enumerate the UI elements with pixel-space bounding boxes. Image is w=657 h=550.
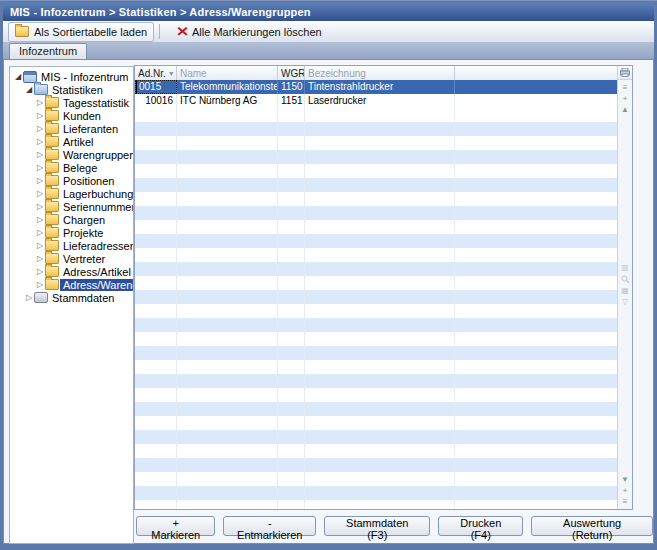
cell-name[interactable]: Telekommunikationste [177,80,278,94]
cell-empty[interactable] [455,332,618,346]
cell-empty[interactable] [177,318,278,332]
column-header-adnr[interactable]: Ad.Nr. ▼ [135,66,177,80]
column-header-bezeichnung[interactable]: Bezeichnung [305,66,455,80]
cell-empty[interactable] [278,332,305,346]
cell-empty[interactable] [455,80,618,94]
cell-empty[interactable] [135,416,177,430]
expand-arrow-icon[interactable] [35,267,45,276]
cell-empty[interactable] [177,192,278,206]
table-row-empty[interactable] [135,234,618,248]
cell-empty[interactable] [177,290,278,304]
expand-arrow-icon[interactable] [35,137,45,146]
cell-empty[interactable] [455,444,618,458]
cell-empty[interactable] [455,500,618,509]
cell-empty[interactable] [135,374,177,388]
table-row-empty[interactable] [135,150,618,164]
tree-item-stammdaten[interactable]: Stammdaten [10,291,133,304]
cell-empty[interactable] [278,360,305,374]
cell-empty[interactable] [278,262,305,276]
expand-arrow-icon[interactable] [35,202,45,211]
tree-item-lagerbuchungen[interactable]: Lagerbuchungen [10,187,133,200]
cell-empty[interactable] [305,248,455,262]
cell-empty[interactable] [305,206,455,220]
cell-empty[interactable] [278,122,305,136]
search-icon[interactable] [621,275,630,284]
cell-empty[interactable] [177,416,278,430]
scroll-bottom-icon[interactable]: ≡ [623,498,628,506]
tree-item-statistiken[interactable]: Statistiken [10,83,133,96]
cell-empty[interactable] [305,346,455,360]
cell-empty[interactable] [135,150,177,164]
cell-empty[interactable] [455,472,618,486]
tree-item-adress-warengruppen[interactable]: Adress/Warengruppen [10,278,133,291]
cell-empty[interactable] [177,262,278,276]
print-button[interactable]: Drucken (F4) [438,516,523,536]
export-icon[interactable]: ▦ [621,287,629,295]
cell-empty[interactable] [455,206,618,220]
cell-empty[interactable] [455,108,618,122]
tree-item-tagesstatistik[interactable]: Tagesstatistik [10,96,133,109]
cell-empty[interactable] [278,108,305,122]
cell-empty[interactable] [305,458,455,472]
cell-empty[interactable] [135,234,177,248]
tree-item-kunden[interactable]: Kunden [10,109,133,122]
cell-wgr[interactable]: 1151 [278,94,305,108]
table-row-empty[interactable] [135,108,618,122]
cell-empty[interactable] [278,416,305,430]
filter-icon[interactable]: ▽ [622,298,628,306]
expand-arrow-icon[interactable] [35,111,45,120]
cell-empty[interactable] [305,318,455,332]
tree-item-adress-artikel[interactable]: Adress/Artikel [10,265,133,278]
table-row-empty[interactable] [135,164,618,178]
cell-empty[interactable] [305,192,455,206]
cell-empty[interactable] [135,220,177,234]
load-sort-table-button[interactable]: Als Sortiertabelle laden [8,22,154,42]
cell-empty[interactable] [135,248,177,262]
cell-empty[interactable] [455,220,618,234]
cell-empty[interactable] [305,402,455,416]
table-row-empty[interactable] [135,402,618,416]
cell-bezeichnung[interactable]: Laserdrucker [305,94,455,108]
cell-empty[interactable] [278,388,305,402]
append-row-icon[interactable]: + [623,487,628,495]
table-row-empty[interactable] [135,430,618,444]
cell-empty[interactable] [305,220,455,234]
tree-item-vertreter[interactable]: Vertreter [10,252,133,265]
cell-empty[interactable] [455,164,618,178]
cell-empty[interactable] [177,276,278,290]
expand-arrow-icon[interactable] [35,150,45,159]
cell-empty[interactable] [177,206,278,220]
cell-empty[interactable] [305,332,455,346]
cell-empty[interactable] [135,360,177,374]
table-row-empty[interactable] [135,192,618,206]
expand-arrow-icon[interactable] [35,241,45,250]
cell-empty[interactable] [135,192,177,206]
cell-empty[interactable] [135,458,177,472]
cell-empty[interactable] [305,472,455,486]
cell-empty[interactable] [278,220,305,234]
cell-empty[interactable] [135,164,177,178]
cell-empty[interactable] [177,150,278,164]
table-row-empty[interactable] [135,220,618,234]
table-row-empty[interactable] [135,318,618,332]
insert-row-icon[interactable]: + [623,95,628,103]
cell-empty[interactable] [305,430,455,444]
cell-empty[interactable] [455,248,618,262]
cell-empty[interactable] [305,164,455,178]
table-row-empty[interactable] [135,136,618,150]
cell-empty[interactable] [177,500,278,509]
table-row-empty[interactable] [135,416,618,430]
cell-empty[interactable] [278,402,305,416]
cell-empty[interactable] [135,346,177,360]
expand-arrow-icon[interactable] [35,280,45,289]
cell-empty[interactable] [135,388,177,402]
cell-empty[interactable] [455,276,618,290]
tree-item-seriennummern[interactable]: Seriennummern [10,200,133,213]
cell-empty[interactable] [278,458,305,472]
cell-empty[interactable] [278,150,305,164]
cell-empty[interactable] [278,472,305,486]
cell-empty[interactable] [177,248,278,262]
cell-empty[interactable] [177,388,278,402]
cell-empty[interactable] [177,122,278,136]
table-row-empty[interactable] [135,178,618,192]
